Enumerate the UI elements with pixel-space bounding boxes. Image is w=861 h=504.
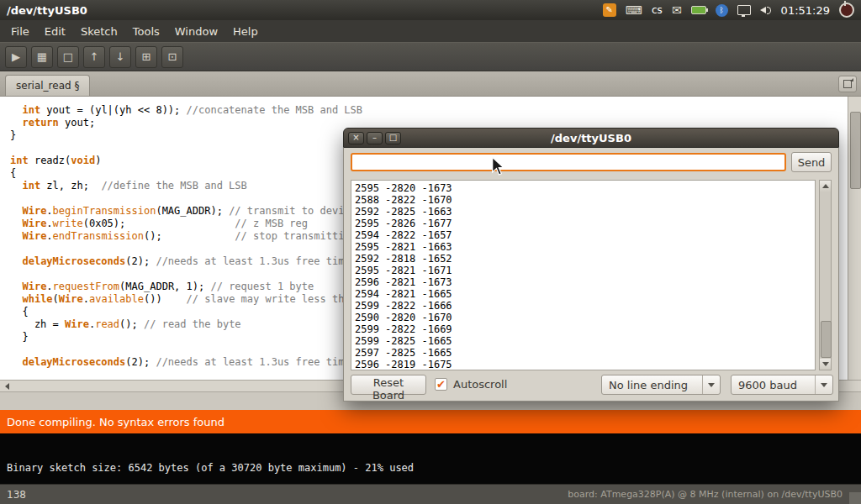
serial-output-line: 2594 -2821 -1665 [355, 288, 811, 300]
tab-menu-icon [843, 80, 852, 88]
serial-output-line: 2599 -2822 -1669 [355, 323, 811, 335]
chevron-down-icon[interactable] [702, 375, 720, 394]
menu-file[interactable]: File [3, 25, 37, 38]
arduino-ide-screen: /dev/ttyUSB0 ✎⌨cs✉ᛒ 01:51:29 FileEditSke… [0, 0, 861, 504]
send-button[interactable]: Send [791, 152, 832, 172]
serial-output-line: 2594 -2822 -1657 [355, 229, 811, 241]
serial-output-line: 2592 -2825 -1663 [355, 206, 811, 218]
toolbar: ▶▦□↑↓⊞⊡ [0, 42, 861, 71]
board-info: board: ATmega328P(A) @ 8 MHz (internal) … [568, 489, 854, 500]
indicator-area: ✎⌨cs✉ᛒ 01:51:29 [603, 3, 854, 18]
mail-icon[interactable]: ✉ [672, 4, 682, 16]
tab-bar: serial_read § [0, 71, 861, 97]
clock[interactable]: 01:51:29 [781, 4, 830, 17]
save-button[interactable]: ↓ [109, 46, 131, 68]
keyboard-layout-indicator[interactable]: cs [652, 5, 663, 15]
scroll-up-icon[interactable] [820, 181, 831, 192]
scroll-left-icon[interactable] [0, 381, 13, 391]
volume-icon[interactable] [760, 5, 772, 15]
serial-input[interactable] [351, 153, 786, 171]
power-icon[interactable] [839, 3, 854, 18]
keyboard-icon[interactable]: ⌨ [626, 4, 642, 16]
menu-edit[interactable]: Edit [37, 25, 73, 38]
window-controls: ×–□ [348, 132, 404, 144]
status-bar: Done compiling. No syntax errors found [0, 410, 861, 433]
serial-output-line: 2588 -2822 -1670 [355, 194, 811, 206]
editor-vscroll-thumb[interactable] [850, 112, 861, 189]
reset-board-button[interactable]: Reset Board [351, 375, 426, 395]
serial-output-line: 2596 -2821 -1673 [355, 276, 811, 288]
menu-tools[interactable]: Tools [125, 25, 167, 38]
top-panel: /dev/ttyUSB0 ✎⌨cs✉ᛒ 01:51:29 [0, 0, 861, 20]
chevron-down-icon[interactable] [815, 375, 832, 394]
scroll-down-icon[interactable] [820, 359, 831, 370]
serial-output-line: 2599 -2825 -1665 [355, 335, 811, 347]
footer-bar: 138 board: ATmega328P(A) @ 8 MHz (intern… [0, 484, 861, 504]
serial-monitor-body: Send 2595 -2820 -16732588 -2822 -1670259… [343, 148, 839, 402]
resize-grip[interactable] [849, 492, 861, 504]
window-title: /dev/ttyUSB0 [7, 4, 87, 17]
new-sketch-button[interactable]: □ [57, 46, 79, 68]
serial-output-line: 2595 -2826 -1677 [355, 218, 811, 229]
notes-icon[interactable]: ✎ [603, 3, 616, 17]
baud-rate-value: 9600 baud [732, 379, 815, 391]
menubar: FileEditSketchToolsWindowHelp [0, 20, 861, 42]
tab-serial-read[interactable]: serial_read § [5, 75, 90, 96]
console-panel: Binary sketch size: 6542 bytes (of a 307… [0, 433, 861, 484]
panel-indicators: ✎⌨cs✉ᛒ [603, 3, 772, 17]
serial-output-line: 2592 -2818 -1652 [355, 253, 811, 265]
maximize-icon[interactable]: □ [385, 132, 401, 144]
scrollbar-thumb[interactable] [821, 321, 832, 358]
verify-button[interactable]: ▶ [5, 46, 27, 68]
cursor-line-number: 138 [7, 489, 26, 501]
line-ending-value: No line ending [602, 379, 702, 391]
menu-help[interactable]: Help [225, 25, 266, 38]
battery-icon[interactable] [691, 6, 706, 14]
serial-output[interactable]: 2595 -2820 -16732588 -2822 -16702592 -28… [351, 180, 816, 370]
serial-monitor-button[interactable]: ⊡ [161, 46, 183, 68]
close-icon[interactable]: × [348, 132, 364, 144]
menu-sketch[interactable]: Sketch [73, 25, 125, 38]
serial-output-line: 2590 -2820 -1670 [355, 312, 811, 323]
line-ending-select[interactable]: No line ending [601, 375, 721, 395]
code-line: int yout = (yl|(yh << 8)); //concatenate… [10, 104, 848, 117]
menu-window[interactable]: Window [167, 25, 225, 38]
serial-output-line: 2596 -2819 -1675 [355, 359, 811, 370]
network-icon[interactable] [737, 5, 751, 15]
serial-monitor-controls: Reset Board ✔ Autoscroll No line ending … [344, 375, 838, 396]
serial-output-line: 2595 -2820 -1673 [355, 182, 811, 194]
serial-monitor-titlebar[interactable]: ×–□ /dev/ttyUSB0 [343, 128, 839, 148]
serial-output-line: 2595 -2821 -1663 [355, 241, 811, 253]
serial-output-line: 2597 -2825 -1665 [355, 347, 811, 359]
editor-vertical-scrollbar[interactable] [848, 97, 861, 380]
serial-output-line: 2599 -2822 -1666 [355, 300, 811, 312]
tab-label: serial_read § [16, 80, 79, 92]
status-message: Done compiling. No syntax errors found [7, 416, 224, 428]
autoscroll-label: Autoscroll [453, 378, 507, 391]
tab-menu-button[interactable] [838, 76, 857, 92]
baud-rate-select[interactable]: 9600 baud [731, 375, 833, 395]
serial-output-scrollbar[interactable] [819, 180, 832, 370]
console-text: Binary sketch size: 6542 bytes (of a 307… [7, 462, 414, 474]
serial-monitor-title: /dev/ttyUSB0 [344, 132, 838, 144]
stop-button[interactable]: ▦ [31, 46, 53, 68]
minimize-icon[interactable]: – [367, 132, 383, 144]
autoscroll-checkbox[interactable]: ✔ [435, 378, 447, 391]
open-button[interactable]: ↑ [83, 46, 105, 68]
serial-monitor-window: ×–□ /dev/ttyUSB0 Send 2595 -2820 -167325… [343, 128, 839, 402]
bluetooth-icon[interactable]: ᛒ [716, 4, 728, 17]
serial-output-line: 2595 -2821 -1671 [355, 265, 811, 276]
upload-button[interactable]: ⊞ [135, 46, 157, 68]
